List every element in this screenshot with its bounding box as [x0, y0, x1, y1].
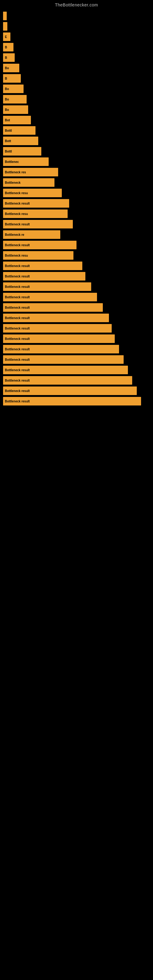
- bar-item: Bottl: [3, 126, 35, 135]
- bar-item: Bottl: [3, 147, 41, 156]
- bar-row: Bottlenec: [3, 158, 153, 166]
- bar-item: Bottleneck: [3, 178, 54, 187]
- bar-row: [3, 12, 153, 20]
- bar-row: Bottleneck result: [3, 241, 153, 249]
- bar-label: Bott: [5, 139, 11, 143]
- bar-row: Bo: [3, 95, 153, 103]
- bar-item: [3, 22, 7, 30]
- bar-label: Bottleneck result: [5, 317, 30, 320]
- bar-label: Bo: [5, 98, 9, 101]
- bar-label: Bot: [5, 119, 10, 122]
- bar-row: Bott: [3, 137, 153, 145]
- bar-row: Bot: [3, 116, 153, 124]
- bar-item: B: [3, 74, 21, 83]
- bar-item: Bottleneck result: [3, 387, 137, 395]
- bar-item: Bottleneck result: [3, 220, 73, 229]
- bar-item: Bottleneck result: [3, 366, 128, 374]
- bar-row: Bottleneck result: [3, 220, 153, 229]
- bar-row: Bottleneck re: [3, 230, 153, 239]
- bar-label: Bottleneck resu: [5, 212, 28, 216]
- bar-label: Bottleneck resu: [5, 191, 28, 195]
- bar-item: Bottlenec: [3, 158, 49, 166]
- bar-label: Bo: [5, 87, 9, 91]
- bar-row: Bottleneck result: [3, 397, 153, 406]
- bar-row: Bottleneck result: [3, 272, 153, 280]
- bar-label: Bottleneck res: [5, 170, 26, 174]
- bar-row: Bo: [3, 84, 153, 93]
- bar-label: Bo: [5, 67, 9, 70]
- bar-label: B: [5, 77, 7, 80]
- bar-label: Bottleneck result: [5, 285, 30, 288]
- bar-label: Bottleneck result: [5, 223, 30, 226]
- bar-item: Bottleneck result: [3, 293, 97, 301]
- bar-row: Bottleneck result: [3, 199, 153, 208]
- bar-item: Bottleneck result: [3, 272, 85, 280]
- bar-item: Bottleneck resu: [3, 189, 62, 197]
- bar-item: Bot: [3, 116, 31, 124]
- bar-label: Bottleneck result: [5, 358, 30, 361]
- bar-label: Bottleneck resu: [5, 254, 28, 257]
- bar-row: Bottleneck result: [3, 355, 153, 364]
- bar-row: E: [3, 32, 153, 41]
- bar-item: Bott: [3, 137, 38, 145]
- bar-item: Bottleneck resu: [3, 210, 68, 218]
- bar-label: Bottleneck re: [5, 233, 24, 236]
- bar-item: Bottleneck result: [3, 345, 119, 353]
- bar-label: Bottleneck result: [5, 275, 30, 278]
- bar-row: Bottleneck res: [3, 168, 153, 177]
- bar-row: [3, 22, 153, 30]
- bar-row: Bottleneck result: [3, 324, 153, 332]
- bar-row: Bottleneck: [3, 178, 153, 187]
- bar-item: Bottleneck result: [3, 282, 91, 291]
- bar-item: Bottleneck result: [3, 334, 115, 343]
- bar-label: Bottleneck result: [5, 296, 30, 299]
- bar-label: Bottleneck result: [5, 264, 30, 268]
- bar-row: Bottleneck resu: [3, 210, 153, 218]
- bar-row: Bottleneck result: [3, 387, 153, 395]
- bar-item: Bo: [3, 95, 27, 103]
- bar-item: Bottleneck result: [3, 324, 112, 332]
- bar-label: Bottl: [5, 150, 12, 153]
- bar-row: Bottleneck result: [3, 303, 153, 312]
- bar-item: E: [3, 32, 10, 41]
- bar-row: B: [3, 53, 153, 62]
- bar-item: Bottleneck resu: [3, 251, 73, 260]
- bar-item: Bottleneck result: [3, 199, 69, 208]
- bar-label: B: [5, 56, 7, 59]
- bar-label: Bottleneck result: [5, 368, 30, 372]
- bar-item: B: [3, 43, 13, 51]
- bar-label: Bottl: [5, 129, 12, 132]
- bars-container: EBBBoBBoBoBoBotBottlBottBottlBottlenecBo…: [0, 9, 153, 407]
- bar-row: Bottleneck result: [3, 345, 153, 353]
- bar-row: Bottl: [3, 147, 153, 156]
- bar-item: Bo: [3, 84, 24, 93]
- bar-label: Bottleneck result: [5, 202, 30, 205]
- bar-label: Bottleneck result: [5, 389, 30, 393]
- bar-item: Bottleneck result: [3, 313, 109, 322]
- bar-item: Bottleneck result: [3, 376, 132, 385]
- bar-item: Bottleneck result: [3, 303, 103, 312]
- bar-label: Bottleneck: [5, 181, 21, 185]
- bar-item: Bottleneck result: [3, 397, 141, 406]
- bar-item: [3, 12, 7, 20]
- bar-label: E: [5, 35, 7, 38]
- bar-row: Bottleneck result: [3, 334, 153, 343]
- bar-row: B: [3, 74, 153, 83]
- bar-row: Bo: [3, 105, 153, 114]
- bar-row: Bottleneck result: [3, 376, 153, 385]
- bar-row: B: [3, 43, 153, 51]
- bar-label: Bo: [5, 108, 9, 111]
- bar-row: Bottl: [3, 126, 153, 135]
- bar-item: Bottleneck result: [3, 355, 124, 364]
- bar-row: Bottleneck result: [3, 366, 153, 374]
- bar-row: Bottleneck result: [3, 313, 153, 322]
- bar-label: Bottleneck result: [5, 327, 30, 330]
- bar-label: B: [5, 46, 7, 49]
- bar-item: Bottleneck result: [3, 241, 76, 249]
- bar-item: Bottleneck re: [3, 230, 60, 239]
- bar-label: Bottleneck result: [5, 379, 30, 382]
- bar-row: Bottleneck resu: [3, 189, 153, 197]
- bar-row: Bo: [3, 64, 153, 72]
- bar-label: Bottlenec: [5, 160, 19, 164]
- bar-label: Bottleneck result: [5, 306, 30, 309]
